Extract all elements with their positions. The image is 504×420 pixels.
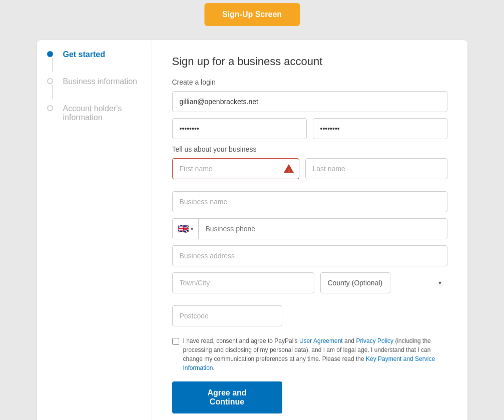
sidebar-label-get-started: Get started	[63, 50, 105, 59]
svg-text:!: !	[288, 168, 290, 173]
business-name-field[interactable]	[172, 191, 447, 212]
sidebar-connector-1	[52, 58, 53, 72]
postcode-field[interactable]	[172, 305, 282, 326]
error-icon: !	[283, 163, 294, 174]
user-agreement-link[interactable]: User Agreement	[299, 337, 343, 344]
main-content: Sign up for a business account Create a …	[152, 40, 467, 420]
flag-icon: 🇬🇧	[178, 223, 189, 234]
phone-row: 🇬🇧 ▾	[172, 218, 447, 239]
sidebar-label-business-info: Business information	[63, 77, 138, 86]
sidebar-item-get-started: Get started	[47, 50, 142, 73]
phone-chevron-icon: ▾	[191, 226, 193, 232]
business-section-label: Tell us about your business	[172, 145, 447, 153]
privacy-policy-link[interactable]: Privacy Policy	[356, 337, 393, 344]
password-field[interactable]	[172, 118, 307, 139]
signup-screen-button[interactable]: Sign-Up Screen	[204, 3, 300, 26]
sidebar-item-business-information: Business information	[47, 77, 142, 100]
sidebar-dot-business-info	[47, 78, 53, 84]
county-chevron-icon: ▾	[438, 279, 441, 286]
phone-flag-selector[interactable]: 🇬🇧 ▾	[173, 219, 199, 239]
business-address-field[interactable]	[172, 245, 447, 266]
consent-checkbox[interactable]	[172, 338, 179, 345]
sidebar-item-account-holder: Account holder's information	[47, 104, 142, 122]
sidebar-connector-2	[52, 85, 53, 99]
page-title: Sign up for a business account	[172, 55, 447, 68]
sidebar-dot-get-started	[47, 51, 53, 57]
consent-text: I have read, consent and agree to PayPal…	[183, 336, 447, 372]
consent-section: I have read, consent and agree to PayPal…	[172, 336, 447, 372]
first-name-field[interactable]	[172, 158, 299, 179]
email-field[interactable]	[172, 91, 447, 112]
county-select[interactable]: County (Optional)	[320, 272, 390, 293]
last-name-field[interactable]	[305, 158, 447, 179]
county-wrapper: County (Optional) ▾	[320, 272, 447, 293]
key-payment-link[interactable]: Key Payment and Service Information	[183, 355, 435, 371]
sidebar-dot-account-holder	[47, 105, 53, 111]
sidebar-label-account-holder: Account holder's information	[63, 104, 122, 122]
phone-field[interactable]	[199, 219, 447, 239]
create-login-label: Create a login	[172, 78, 447, 86]
first-name-wrapper: !	[172, 158, 299, 179]
town-city-field[interactable]	[172, 272, 314, 293]
sidebar: Get started Business information	[37, 40, 152, 420]
confirm-password-field[interactable]	[313, 118, 447, 139]
agree-continue-button[interactable]: Agree and Continue	[172, 381, 282, 413]
